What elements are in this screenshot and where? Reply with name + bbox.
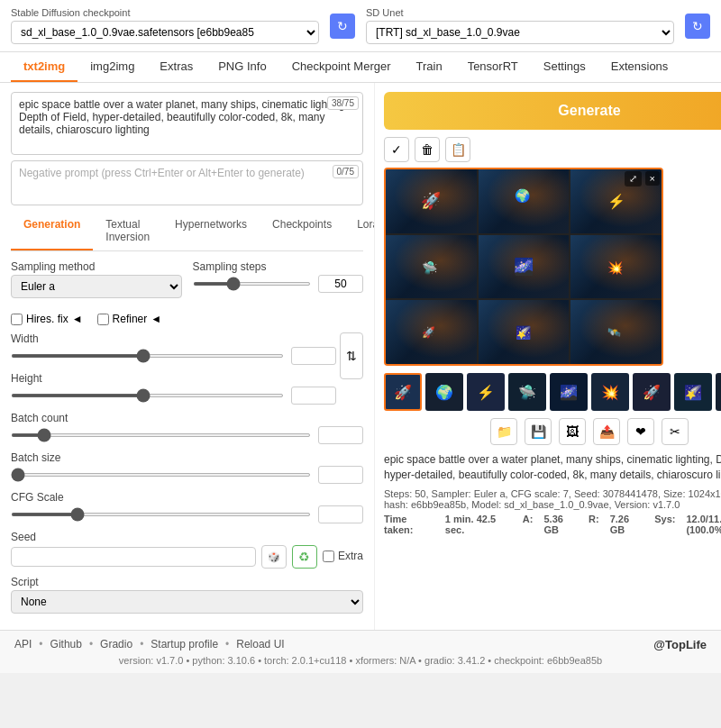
- seed-label: Seed: [11, 531, 363, 543]
- batch-count-group: Batch count 10: [11, 412, 363, 444]
- footer-github-link[interactable]: Github: [50, 638, 82, 651]
- tab-checkpoints[interactable]: Checkpoints: [260, 213, 344, 250]
- negative-prompt-area[interactable]: Negative prompt (press Ctrl+Enter or Alt…: [11, 160, 363, 205]
- refiner-checkbox[interactable]: [97, 314, 109, 325]
- batch-size-group: Batch size 1: [11, 451, 363, 484]
- image-cell-7: [386, 300, 477, 364]
- footer-gradio-link[interactable]: Gradio: [100, 638, 132, 651]
- tab-extras[interactable]: Extras: [147, 52, 205, 82]
- tab-png-info[interactable]: PNG Info: [205, 52, 278, 82]
- height-label: Height: [11, 372, 336, 385]
- refiner-checkbox-label[interactable]: Refiner ◄: [97, 313, 162, 325]
- footer-brand: @TopLife: [653, 638, 707, 651]
- height-slider[interactable]: [11, 394, 284, 397]
- footer-startup-link[interactable]: Startup profile: [151, 638, 218, 651]
- sampling-method-select[interactable]: Euler a: [11, 275, 182, 298]
- tool-folder-button[interactable]: 📁: [490, 418, 517, 445]
- main-content: epic space battle over a water planet, m…: [0, 83, 721, 630]
- image-close-button[interactable]: ×: [645, 171, 660, 186]
- image-cell-2: [479, 169, 570, 233]
- script-select[interactable]: None: [11, 590, 363, 614]
- width-height-inputs: Width 1024 Height 1024: [11, 332, 336, 412]
- vram-sys-label: Sys:: [654, 514, 675, 535]
- clipboard-icon-button[interactable]: 📋: [445, 137, 470, 162]
- extra-checkbox-label[interactable]: Extra: [323, 550, 363, 562]
- tab-tensorrt[interactable]: TensorRT: [455, 52, 531, 82]
- tool-upload-button[interactable]: 📤: [593, 418, 620, 445]
- height-input[interactable]: 1024: [291, 387, 336, 405]
- width-slider[interactable]: [11, 354, 284, 358]
- tool-save-button[interactable]: 💾: [525, 418, 552, 445]
- width-input[interactable]: 1024: [291, 347, 336, 365]
- vram-r-label: R:: [589, 514, 599, 535]
- sampling-steps-label: Sampling steps: [193, 260, 364, 273]
- seed-group: Seed -1 🎲 ♻ Extra: [11, 531, 363, 569]
- tab-generation[interactable]: Generation: [11, 213, 93, 250]
- thumbnail-3[interactable]: ⚡: [467, 373, 505, 411]
- confirm-icon-button[interactable]: ✓: [384, 137, 409, 162]
- sd-unet-select[interactable]: [TRT] sd_xl_base_1.0_0.9vae: [366, 21, 674, 44]
- tab-img2img[interactable]: img2img: [78, 52, 147, 82]
- tool-heart-button[interactable]: ❤: [627, 418, 654, 445]
- footer-version-text: version: v1.7.0 • python: 3.10.6 • torch…: [119, 655, 602, 666]
- cfg-scale-input[interactable]: 7: [318, 505, 363, 523]
- tab-extensions[interactable]: Extensions: [598, 52, 681, 82]
- image-expand-button[interactable]: ⤢: [625, 171, 642, 187]
- hires-fix-checkbox[interactable]: [11, 314, 23, 325]
- positive-prompt-text: epic space battle over a water planet, m…: [19, 98, 348, 136]
- image-steps-info: Steps: 50, Sampler: Euler a, CFG scale: …: [384, 488, 721, 510]
- width-slider-container: 1024: [11, 347, 336, 365]
- thumbnail-4[interactable]: 🛸: [508, 373, 546, 411]
- sampling-steps-input[interactable]: 50: [318, 275, 363, 293]
- sd-checkpoint-select[interactable]: sd_xl_base_1.0_0.9vae.safetensors [e6bb9…: [11, 21, 319, 44]
- seed-input[interactable]: -1: [11, 547, 256, 567]
- tab-textual-inversion[interactable]: Textual Inversion: [93, 213, 162, 250]
- swap-width-height-button[interactable]: ⇅: [340, 332, 363, 379]
- sd-unet-refresh-button[interactable]: ↻: [685, 14, 710, 39]
- footer-dot-4: •: [225, 638, 229, 651]
- cfg-scale-slider[interactable]: [11, 513, 311, 516]
- footer-dot-1: •: [39, 638, 42, 651]
- tool-crop-button[interactable]: ✂: [662, 418, 689, 445]
- hires-fix-checkbox-label[interactable]: Hires. fix ◄: [11, 313, 83, 325]
- seed-dice-button[interactable]: 🎲: [261, 545, 287, 569]
- sampling-steps-slider[interactable]: [193, 282, 312, 286]
- footer-api-link[interactable]: API: [14, 638, 32, 651]
- sampling-method-label: Sampling method: [11, 260, 182, 273]
- thumbnail-8[interactable]: 🌠: [674, 373, 712, 411]
- thumbnail-6[interactable]: 💥: [591, 373, 629, 411]
- thumbnail-1[interactable]: 🚀: [384, 373, 422, 411]
- tab-settings[interactable]: Settings: [531, 52, 598, 82]
- tab-checkpoint-merger[interactable]: Checkpoint Merger: [279, 52, 404, 82]
- batch-size-slider[interactable]: [11, 473, 311, 477]
- batch-count-input[interactable]: 10: [318, 426, 363, 444]
- tab-train[interactable]: Train: [404, 52, 455, 82]
- sd-checkpoint-refresh-button[interactable]: ↻: [330, 14, 355, 39]
- thumbnail-5[interactable]: 🌌: [550, 373, 588, 411]
- image-cell-1: [386, 169, 477, 233]
- refiner-arrow: ◄: [151, 313, 161, 325]
- batch-size-label: Batch size: [11, 451, 363, 464]
- positive-prompt-area[interactable]: epic space battle over a water planet, m…: [11, 92, 363, 155]
- thumbnail-2[interactable]: 🌍: [425, 373, 463, 411]
- generate-button[interactable]: Generate: [384, 92, 721, 130]
- tab-hypernetworks[interactable]: Hypernetworks: [162, 213, 260, 250]
- tab-txt2img[interactable]: txt2img: [11, 52, 78, 82]
- trash-icon-button[interactable]: 🗑: [415, 137, 440, 162]
- image-caption: epic space battle over a water planet, m…: [384, 452, 721, 483]
- footer-reload-link[interactable]: Reload UI: [236, 638, 284, 651]
- thumbnail-9[interactable]: 🛰️: [716, 373, 721, 411]
- batch-count-label: Batch count: [11, 412, 363, 424]
- extra-checkbox[interactable]: [323, 551, 334, 562]
- batch-size-input[interactable]: 1: [318, 466, 363, 484]
- width-label: Width: [11, 332, 336, 345]
- image-time-row: Time taken: 1 min. 42.5 sec. A: 5.36 GB …: [384, 514, 721, 535]
- thumbnail-7[interactable]: 🚀: [633, 373, 671, 411]
- footer-links: API • Github • Gradio • Startup profile …: [14, 638, 707, 651]
- tool-gallery-button[interactable]: 🖼: [559, 418, 586, 445]
- hires-fix-arrow: ◄: [72, 313, 83, 325]
- seed-row: -1 🎲 ♻ Extra: [11, 545, 363, 569]
- batch-count-slider[interactable]: [11, 433, 311, 437]
- action-icons-row: ✓ 🗑 📋 × ▾ 🖌: [384, 137, 721, 162]
- seed-recycle-button[interactable]: ♻: [292, 545, 317, 569]
